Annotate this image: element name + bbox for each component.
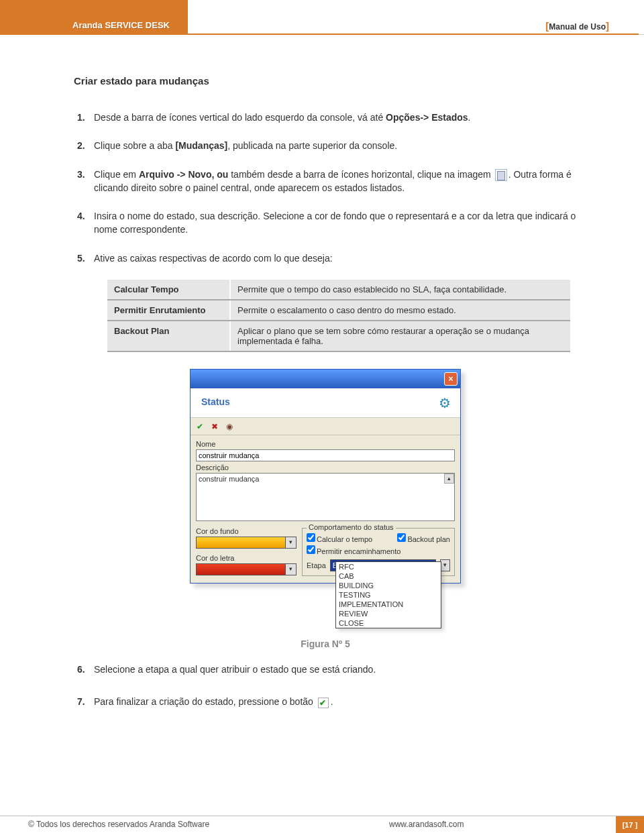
dialog-title: Status: [201, 396, 230, 407]
dialog-header: Status: [191, 388, 460, 418]
dropdown-option[interactable]: TESTING: [336, 590, 441, 600]
step-4: 4. Insira o nome do estado, sua descriçã…: [94, 209, 577, 237]
figure-caption: Figura Nº 5: [74, 638, 577, 649]
table-key: Backout Plan: [107, 321, 230, 351]
step-1: 1. Desde a barra de ícones vertical do l…: [94, 111, 577, 124]
bgcolor-dropdown-icon[interactable]: ▾: [286, 537, 297, 549]
header-underline: [0, 34, 639, 35]
dropdown-option[interactable]: RFC: [336, 562, 441, 571]
textcolor-label: Cor do letra: [196, 554, 297, 562]
dropdown-option[interactable]: BUILDING: [336, 581, 441, 590]
backout-label: Backout plan: [407, 535, 450, 543]
dropdown-option[interactable]: IMPLEMENTATION: [336, 600, 441, 609]
table-val: Permite que o tempo do caso establecido …: [230, 280, 570, 300]
desc-textarea[interactable]: construir mudança: [196, 473, 455, 521]
step-7: 7. Para finalizar a criação do estado, p…: [94, 695, 577, 708]
main-content: Criar estado para mudanças 1. Desde a ba…: [0, 35, 644, 709]
manual-name: [Manual de Uso]: [545, 20, 609, 32]
name-input[interactable]: [196, 449, 455, 461]
page-title: Criar estado para mudanças: [74, 75, 577, 87]
dropdown-option[interactable]: CAB: [336, 571, 441, 581]
table-val: Aplicar o plano que se tem sobre cómo re…: [230, 321, 570, 351]
delete-icon[interactable]: ◉: [224, 421, 235, 432]
name-label: Nome: [196, 440, 455, 448]
table-row: Calcular TempoPermite que o tempo do cas…: [107, 280, 570, 300]
product-name: Aranda SERVICE DESK: [72, 20, 170, 30]
cancel-icon[interactable]: ✖: [209, 421, 220, 432]
calc-time-label: Calcular o tempo: [317, 535, 372, 543]
steps-list: 1. Desde a barra de ícones vertical do l…: [74, 111, 577, 265]
status-dialog-figure: × Status ✔ ✖ ◉ Nome Descrição construir …: [190, 369, 461, 633]
footer-url: www.arandasoft.com: [389, 820, 464, 829]
etapa-label: Etapa: [307, 561, 326, 569]
step-6: 6. Selecione a etapa a qual quer atribui…: [94, 663, 577, 676]
desc-label: Descrição: [196, 463, 455, 471]
table-key: Permitir Enrutamiento: [107, 300, 230, 321]
fieldset-legend: Comportamento do status: [307, 523, 396, 531]
color-column: Cor do fundo ▾ Cor do letra ▾: [196, 525, 297, 576]
table-row: Permitir EnrutamientoPermite o escalamen…: [107, 300, 570, 321]
toolbar: ✔ ✖ ◉: [191, 418, 460, 435]
textcolor-swatch[interactable]: [196, 563, 286, 575]
table-key: Calcular Tempo: [107, 280, 230, 300]
textcolor-dropdown-icon[interactable]: ▾: [286, 563, 297, 575]
step-3: 3. Clique em Arquivo -> Novo, ou também …: [94, 168, 577, 195]
dialog-body: Nome Descrição construir mudança ▴ Cor d…: [191, 435, 460, 583]
close-button[interactable]: ×: [444, 372, 458, 386]
page-footer: © Todos los derechos reservados Aranda S…: [0, 816, 644, 833]
table-row: Backout PlanAplicar o plano que se tem s…: [107, 321, 570, 351]
table-val: Permite o escalamento o caso dentro do m…: [230, 300, 570, 321]
bgcolor-swatch[interactable]: [196, 537, 286, 549]
permit-checkbox[interactable]: [307, 545, 315, 554]
options-table: Calcular TempoPermite que o tempo do cas…: [107, 280, 570, 352]
dropdown-option[interactable]: REVIEW: [336, 609, 441, 618]
dropdown-option[interactable]: CLOSE: [336, 618, 441, 628]
step-5: 5. Ative as caixas respectivas de acordo…: [94, 252, 577, 265]
page-number: [17 ]: [616, 816, 644, 833]
bgcolor-label: Cor do fundo: [196, 527, 297, 535]
permit-label: Permitir encaminhamento: [317, 547, 400, 555]
steps-list-cont: 6. Selecione a etapa a qual quer atribui…: [74, 663, 577, 709]
check-icon: [318, 698, 329, 708]
scrollbar-up-icon[interactable]: ▴: [444, 474, 454, 484]
backout-checkbox[interactable]: [397, 533, 406, 542]
etapa-dropdown-icon[interactable]: ▾: [440, 559, 450, 571]
page-header: Aranda SERVICE DESK [Manual de Uso]: [0, 0, 644, 35]
etapa-dropdown-list: RFC CAB BUILDING TESTING IMPLEMENTATION …: [335, 561, 441, 628]
calc-time-checkbox[interactable]: [307, 533, 315, 542]
accept-icon[interactable]: ✔: [195, 421, 205, 432]
dialog-titlebar: ×: [191, 370, 460, 388]
step-2: 2. Clique sobre a aba [Mudanças], public…: [94, 139, 577, 152]
gear-icon: [439, 395, 453, 410]
status-dialog: × Status ✔ ✖ ◉ Nome Descrição construir …: [190, 369, 461, 584]
footer-copyright: © Todos los derechos reservados Aranda S…: [28, 820, 209, 829]
new-file-icon: [495, 169, 507, 181]
